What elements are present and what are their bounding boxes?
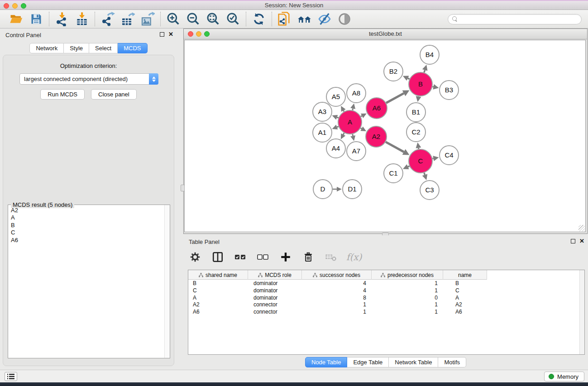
table-cell[interactable]: A2 bbox=[188, 301, 248, 309]
graph-node-B4[interactable]: B4 bbox=[420, 45, 439, 64]
table-cell[interactable]: 1 bbox=[372, 280, 443, 287]
network-minimize-button[interactable] bbox=[196, 31, 201, 37]
zoom-in-icon[interactable] bbox=[166, 12, 181, 26]
graph-node-C[interactable]: C bbox=[409, 149, 432, 173]
graph-node-B1[interactable]: B1 bbox=[406, 103, 425, 122]
table-cell[interactable]: A bbox=[188, 295, 248, 302]
result-list-item[interactable]: A6 bbox=[8, 237, 164, 244]
splitter-handle-left[interactable] bbox=[181, 185, 185, 191]
memory-button[interactable]: Memory bbox=[544, 372, 584, 381]
tab-network-table[interactable]: Network Table bbox=[389, 357, 438, 367]
refresh-icon[interactable] bbox=[252, 12, 266, 26]
graph-node-B3[interactable]: B3 bbox=[440, 81, 459, 100]
import-table-icon[interactable] bbox=[75, 12, 89, 26]
graph-node-B[interactable]: B bbox=[409, 72, 432, 96]
result-list-item[interactable]: B bbox=[8, 222, 164, 229]
zoom-fit-icon[interactable] bbox=[206, 12, 220, 26]
graph-node-D1[interactable]: D1 bbox=[343, 180, 362, 199]
table-cell[interactable]: B bbox=[188, 280, 248, 287]
network-graph[interactable]: B4B2BB3A8A5A6A3B1AA1C2A2A4A7C4CC1C3DD1 bbox=[185, 40, 586, 232]
tab-motifs[interactable]: Motifs bbox=[438, 357, 466, 367]
table-row[interactable]: Cdominator41C bbox=[188, 287, 579, 295]
table-cell[interactable]: A6 bbox=[443, 309, 487, 316]
table-cell[interactable]: dominator bbox=[248, 287, 302, 295]
optimization-criterion-dropdown[interactable]: largest connected component (directed) bbox=[19, 73, 158, 85]
task-history-button[interactable] bbox=[5, 372, 17, 381]
delete-table-icon[interactable] bbox=[324, 250, 338, 264]
column-header-name[interactable]: name bbox=[443, 270, 487, 280]
graph-node-C1[interactable]: C1 bbox=[384, 164, 403, 183]
close-window-button[interactable] bbox=[4, 3, 9, 9]
table-cell[interactable]: C bbox=[188, 287, 248, 295]
table-cell[interactable]: 1 bbox=[372, 301, 443, 309]
network-close-button[interactable] bbox=[188, 31, 193, 37]
zoom-selected-icon[interactable] bbox=[226, 12, 240, 26]
export-image-icon[interactable] bbox=[140, 12, 155, 26]
graph-edge-A-A5[interactable] bbox=[344, 110, 344, 111]
graph-node-A[interactable]: A bbox=[338, 110, 362, 134]
result-list-item[interactable]: A2 bbox=[8, 207, 164, 214]
graph-node-A1[interactable]: A1 bbox=[313, 123, 332, 142]
table-cell[interactable]: 4 bbox=[302, 287, 372, 295]
table-cell[interactable]: 1 bbox=[372, 309, 443, 316]
run-mcds-button[interactable]: Run MCDS bbox=[40, 89, 85, 100]
close-table-panel-icon[interactable]: ✕ bbox=[579, 239, 584, 243]
graph-edge-C-C1[interactable] bbox=[408, 166, 409, 167]
graph-node-C3[interactable]: C3 bbox=[420, 181, 439, 200]
graph-node-A8[interactable]: A8 bbox=[347, 84, 366, 103]
delete-icon[interactable] bbox=[301, 250, 316, 264]
tab-node-table[interactable]: Node Table bbox=[305, 357, 348, 367]
table-cell[interactable]: B bbox=[443, 280, 487, 287]
network-from-selection-icon[interactable] bbox=[277, 12, 292, 26]
table-cell[interactable]: 1 bbox=[302, 301, 372, 309]
import-network-icon[interactable] bbox=[55, 12, 69, 26]
show-column-icon[interactable] bbox=[210, 250, 225, 264]
graph-edge-A-A8[interactable] bbox=[353, 109, 353, 110]
table-row[interactable]: A2connector11A2 bbox=[188, 301, 579, 309]
graph-edge-A-A2[interactable] bbox=[361, 128, 362, 129]
save-session-icon[interactable] bbox=[29, 12, 43, 26]
graph-node-C4[interactable]: C4 bbox=[440, 146, 459, 165]
tab-mcds[interactable]: MCDS bbox=[118, 43, 147, 53]
hide-view-icon[interactable] bbox=[317, 12, 332, 26]
graph-edge-A-A4[interactable] bbox=[343, 133, 344, 135]
maximize-window-button[interactable] bbox=[21, 3, 26, 9]
graph-edge-A-A3[interactable] bbox=[337, 117, 338, 118]
table-cell[interactable]: 1 bbox=[302, 309, 372, 316]
graph-node-A4[interactable]: A4 bbox=[326, 139, 345, 158]
table-cell[interactable]: connector bbox=[248, 301, 302, 309]
select-all-checkboxes-icon[interactable] bbox=[233, 250, 248, 264]
result-list-item[interactable]: A bbox=[8, 214, 164, 221]
network-maximize-button[interactable] bbox=[204, 31, 210, 37]
tab-select[interactable]: Select bbox=[89, 43, 118, 53]
graph-node-D[interactable]: D bbox=[313, 180, 332, 199]
float-table-panel-icon[interactable] bbox=[571, 239, 575, 243]
export-table-icon[interactable] bbox=[120, 12, 135, 26]
graph-node-B2[interactable]: B2 bbox=[384, 62, 403, 81]
function-builder-icon[interactable]: f(x) bbox=[346, 252, 362, 262]
search-box[interactable] bbox=[448, 14, 582, 24]
show-view-icon[interactable] bbox=[337, 12, 352, 26]
zoom-out-icon[interactable] bbox=[186, 12, 201, 26]
graph-edge-A6-B[interactable] bbox=[386, 93, 404, 103]
table-row[interactable]: Bdominator41B bbox=[188, 280, 579, 287]
table-cell[interactable]: connector bbox=[248, 309, 302, 316]
search-input[interactable] bbox=[460, 16, 577, 23]
graph-node-A5[interactable]: A5 bbox=[326, 87, 345, 106]
float-panel-icon[interactable] bbox=[160, 32, 164, 37]
table-cell[interactable]: 8 bbox=[302, 295, 372, 302]
close-panel-icon[interactable]: ✕ bbox=[168, 32, 173, 37]
table-scrollbar[interactable] bbox=[579, 270, 584, 354]
graph-edge-B-B2[interactable] bbox=[408, 78, 410, 79]
tab-style[interactable]: Style bbox=[64, 43, 89, 53]
graph-node-A6[interactable]: A6 bbox=[366, 98, 387, 119]
column-header-successor-nodes[interactable]: successor nodes bbox=[302, 270, 372, 280]
minimize-window-button[interactable] bbox=[12, 3, 18, 9]
column-header-MCDS-role[interactable]: MCDS role bbox=[248, 270, 302, 280]
table-row[interactable]: Adominator80A bbox=[188, 295, 579, 302]
graph-edge-A2-C[interactable] bbox=[386, 142, 404, 152]
table-cell[interactable]: dominator bbox=[248, 280, 302, 287]
result-scrollbar[interactable] bbox=[164, 205, 170, 358]
graph-edge-A-A1[interactable] bbox=[337, 127, 338, 127]
open-file-icon[interactable] bbox=[9, 12, 24, 26]
